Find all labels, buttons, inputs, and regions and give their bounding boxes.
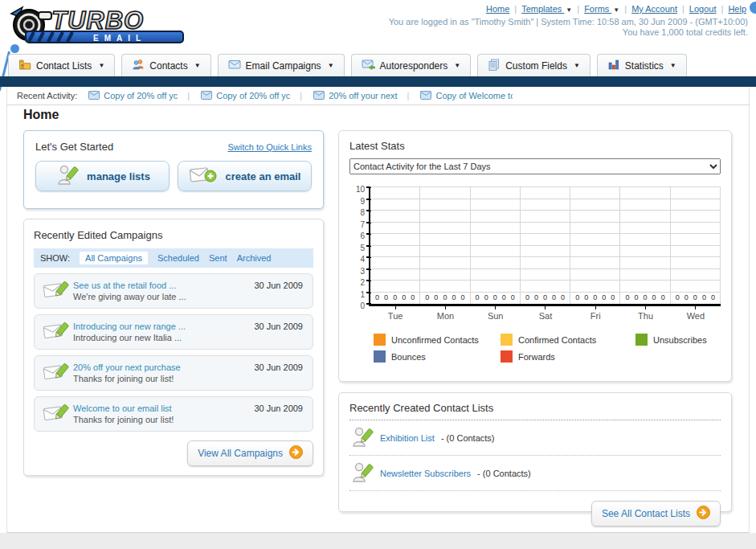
filter-all-campaigns[interactable]: All Campaigns (80, 252, 148, 264)
campaign-date: 30 Jun 2009 (254, 363, 303, 372)
data-labels: 00000 (570, 293, 619, 301)
see-all-contact-lists-button[interactable]: See All Contact Lists (591, 501, 721, 526)
campaign-row[interactable]: Introducing our new range ...Introducing… (34, 314, 313, 350)
contact-list-link[interactable]: Exhibition List (380, 433, 435, 443)
tab-contact-lists[interactable]: Contact Lists▼ (8, 54, 115, 76)
get-started-panel: Let's Get Started Switch to Quick Links … (23, 130, 324, 209)
y-tick-label: 4 (360, 255, 365, 264)
decorative-pin-right (750, 2, 756, 14)
campaign-row[interactable]: See us at the retail food ...We're givin… (34, 273, 313, 309)
envelope-pencil-icon (43, 319, 73, 345)
data-label-value: 0 (525, 293, 529, 301)
legend-label: Unsubscribes (653, 335, 707, 345)
recent-activity-item: Copy of 20% off yc (201, 91, 290, 101)
chevron-down-icon: ▼ (98, 62, 104, 69)
y-tick-label: 10 (356, 185, 365, 194)
x-tick-label: Wed (687, 311, 705, 321)
recent-activity-link[interactable]: Copy of 20% off yc (216, 91, 290, 100)
activity-separator: | (187, 91, 190, 100)
contact-lists-panel: Recently Created Contact Lists Exhibitio… (338, 392, 732, 512)
contact-lists-title: Recently Created Contact Lists (349, 402, 721, 420)
recent-activity-link[interactable]: 20% off your next (329, 91, 397, 100)
campaign-text: Welcome to our email listThanks for join… (73, 403, 174, 425)
chart-column: 00000 (521, 187, 570, 304)
x-tick-label: Fri (590, 311, 601, 321)
activity-separator: | (407, 91, 410, 100)
data-label-value: 0 (534, 293, 538, 301)
tab-statistics[interactable]: Statistics▼ (597, 54, 687, 76)
x-tick-mark (495, 306, 496, 309)
filter-scheduled[interactable]: Scheduled (157, 253, 199, 263)
recent-activity-link[interactable]: Copy of 20% off yc (104, 91, 178, 100)
data-label-value: 0 (434, 293, 438, 301)
legend-swatch (501, 334, 513, 346)
orange-arrow-icon (289, 445, 303, 461)
top-nav-link-logout[interactable]: Logout (689, 4, 717, 14)
contact-list-row: Exhibition List - (0 Contacts) (349, 420, 721, 456)
campaign-title-link[interactable]: Introducing our new range ... (73, 322, 186, 331)
recent-activity-link[interactable]: Copy of Welcome tc (435, 91, 513, 100)
legend-item: Confirmed Contacts (501, 334, 635, 346)
stats-range-select[interactable]: Contact Activity for the Last 7 Days (349, 158, 721, 174)
campaign-row[interactable]: Welcome to our email listThanks for join… (34, 396, 313, 432)
legend-label: Bounces (391, 352, 426, 362)
campaign-text: See us at the retail food ...We're givin… (73, 280, 186, 302)
top-nav-link-templates[interactable]: Templates ▼ (521, 4, 572, 14)
top-nav-link-help[interactable]: Help (728, 4, 746, 14)
tab-custom-fields[interactable]: Custom Fields▼ (477, 54, 590, 76)
switch-quick-links-link[interactable]: Switch to Quick Links (227, 142, 312, 152)
data-label-value: 0 (511, 293, 515, 301)
filter-archived[interactable]: Archived (237, 253, 272, 263)
y-tick-label: 7 (360, 220, 365, 229)
tab-autoresponders[interactable]: Autoresponders▼ (351, 54, 472, 76)
chart-column: 00000 (671, 187, 721, 304)
recent-activity-bar: Recent Activity:Copy of 20% off yc|Copy … (7, 87, 749, 105)
campaign-row[interactable]: 20% off your next purchaseThanks for joi… (34, 355, 313, 391)
view-all-campaigns-button[interactable]: View All Campaigns (187, 440, 313, 466)
filter-sent[interactable]: Sent (209, 253, 227, 263)
x-tick-label: Thu (638, 311, 653, 321)
legend-swatch (501, 350, 513, 363)
top-nav-link-forms[interactable]: Forms ▼ (584, 4, 619, 14)
nav-separator: | (514, 4, 517, 14)
envelope-icon (88, 91, 100, 101)
person-pencil-icon (55, 163, 79, 190)
top-nav-link-home[interactable]: Home (486, 4, 509, 14)
data-label-value: 0 (684, 293, 689, 301)
chevron-down-icon: ▼ (613, 6, 619, 14)
data-label-value: 0 (384, 293, 388, 301)
data-label-value: 0 (425, 293, 429, 301)
contact-activity-chart: 012345678910 000000000000000000000000000… (349, 187, 721, 306)
envelope-arrow-icon (362, 58, 375, 73)
top-nav-link-my-account[interactable]: My Account (631, 4, 677, 14)
contact-list-link[interactable]: Newsletter Subscribers (380, 469, 471, 478)
envelope-icon (420, 91, 431, 101)
data-label-value: 0 (484, 293, 488, 301)
nav-separator: | (624, 4, 627, 14)
y-tick-label: 0 (360, 301, 365, 310)
data-label-value: 0 (493, 293, 497, 301)
contacts-icon (132, 58, 145, 73)
campaign-title-link[interactable]: See us at the retail food ... (73, 281, 176, 290)
latest-stats-title: Latest Stats (349, 140, 721, 152)
data-label-value: 0 (393, 293, 397, 301)
x-tick-label: Sun (488, 311, 504, 321)
data-labels: 00000 (471, 293, 520, 301)
data-label-value: 0 (452, 293, 456, 301)
campaign-title-link[interactable]: 20% off your next purchase (73, 363, 181, 372)
tab-email-campaigns[interactable]: Email Campaigns▼ (218, 54, 345, 76)
legend-item: Forwards (501, 350, 635, 363)
tab-contacts[interactable]: Contacts▼ (121, 54, 210, 76)
campaign-title-link[interactable]: Welcome to our email list (73, 404, 172, 413)
login-line: You are logged in as "Timothy Smith" | S… (389, 17, 748, 27)
page-title: Home (23, 108, 59, 122)
x-tick-mark (395, 306, 396, 309)
view-all-campaigns-label: View All Campaigns (198, 448, 283, 459)
decorative-pin-left (10, 44, 19, 53)
data-label-value: 0 (502, 293, 506, 301)
create-an-email-button[interactable]: create an email (178, 161, 312, 191)
nav-separator: | (577, 4, 579, 14)
top-nav: Home|Templates ▼|Forms ▼|My Account|Logo… (484, 4, 748, 14)
manage-lists-button[interactable]: manage lists (35, 161, 170, 191)
x-tick-mark (645, 306, 646, 309)
